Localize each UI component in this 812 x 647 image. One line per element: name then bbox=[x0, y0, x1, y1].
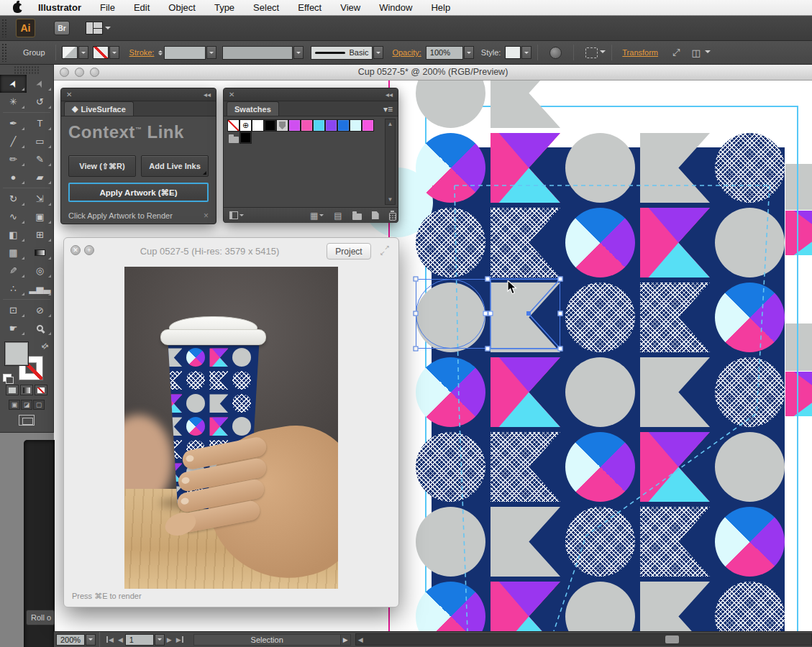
brush-dropdown[interactable] bbox=[373, 46, 383, 59]
symbol-sprayer-tool[interactable]: ∴ bbox=[0, 280, 27, 298]
line-tool[interactable]: ╱ bbox=[0, 132, 27, 150]
pattern-halftone-flag[interactable] bbox=[167, 440, 182, 459]
eraser-tool[interactable]: ▰ bbox=[27, 168, 53, 186]
pattern-colored-flag[interactable] bbox=[640, 432, 710, 502]
opacity-dropdown[interactable] bbox=[464, 46, 474, 59]
scroll-down-icon[interactable]: ▼ bbox=[388, 196, 393, 203]
panel-close-icon[interactable]: ✕ bbox=[66, 91, 72, 98]
eyedropper-tool[interactable]: ✎ bbox=[0, 262, 27, 280]
pattern-colored-flag[interactable] bbox=[209, 417, 228, 436]
pattern-halftone-flag[interactable] bbox=[491, 432, 560, 502]
pattern-gray-circle[interactable] bbox=[416, 507, 485, 577]
zoom-level-field[interactable]: 200% bbox=[56, 634, 85, 646]
swatch-registration[interactable]: ⊕ bbox=[240, 119, 252, 132]
chevron-down-icon[interactable] bbox=[705, 50, 711, 56]
collapse-panel-icon[interactable]: ◂◂ bbox=[386, 91, 393, 98]
variable-width-dropdown[interactable] bbox=[293, 46, 304, 59]
pattern-gray-circle[interactable] bbox=[186, 394, 205, 413]
menu-item-type[interactable]: Type bbox=[205, 2, 244, 13]
hand-tool[interactable]: ☛ bbox=[0, 319, 27, 337]
pattern-halftone-flag[interactable] bbox=[640, 283, 710, 352]
column-graph-tool[interactable]: ▂▅▃ bbox=[27, 280, 53, 298]
swatch-purple-dots[interactable] bbox=[325, 119, 337, 132]
apple-icon[interactable] bbox=[13, 3, 22, 13]
show-kinds-button[interactable]: ▦ bbox=[310, 211, 324, 221]
change-screen-mode-button[interactable] bbox=[19, 415, 35, 426]
pattern-quartered-circle[interactable] bbox=[715, 283, 785, 352]
pattern-quartered-circle[interactable] bbox=[186, 417, 205, 436]
pattern-quartered-circle[interactable] bbox=[416, 582, 485, 631]
pattern-halftone-circle[interactable] bbox=[565, 283, 635, 352]
swatch-pale-cyan[interactable] bbox=[350, 119, 362, 132]
tab-livesurface[interactable]: ◈ LiveSurface bbox=[64, 101, 134, 116]
new-color-group-button[interactable] bbox=[352, 211, 362, 220]
swatch-pattern-gray[interactable] bbox=[276, 119, 288, 132]
apply-artwork-button[interactable]: Apply Artwork (⌘E) bbox=[68, 183, 209, 202]
menu-item-select[interactable]: Select bbox=[244, 2, 288, 13]
scale-tool[interactable]: ⇲ bbox=[27, 190, 53, 208]
arrange-documents-button[interactable] bbox=[86, 22, 111, 35]
pattern-gray-circle[interactable] bbox=[416, 81, 485, 128]
stroke-weight-stepper[interactable] bbox=[158, 48, 163, 58]
render-add-button[interactable]: + bbox=[84, 245, 94, 255]
next-artboard-button[interactable]: ▶ bbox=[167, 636, 172, 643]
pattern-gray-circle[interactable] bbox=[232, 417, 251, 436]
expand-window-icon[interactable]: ↗↙ bbox=[380, 245, 390, 255]
pattern-gray-flag[interactable] bbox=[491, 507, 560, 577]
project-button[interactable]: Project bbox=[327, 243, 371, 260]
first-artboard-button[interactable]: ◀ bbox=[106, 636, 114, 643]
scroll-left-icon[interactable]: ◀ bbox=[358, 636, 363, 643]
swatch-cyan-dots[interactable] bbox=[313, 119, 325, 132]
rectangle-tool[interactable]: ▭ bbox=[27, 132, 53, 150]
width-tool[interactable]: ∿ bbox=[0, 208, 27, 226]
select-similar-icon[interactable] bbox=[585, 47, 598, 58]
pattern-quartered-circle[interactable] bbox=[565, 432, 635, 502]
gradient-button[interactable] bbox=[20, 385, 33, 395]
swatch-pink-dots[interactable] bbox=[301, 119, 313, 132]
pattern-halftone-flag[interactable] bbox=[167, 371, 182, 390]
artboard-number-field[interactable]: 1 bbox=[125, 634, 154, 646]
zoom-dropdown[interactable] bbox=[86, 634, 96, 646]
brush-definition-field[interactable]: Basic bbox=[311, 46, 373, 60]
menu-item-help[interactable]: Help bbox=[421, 2, 460, 13]
add-live-inks-button[interactable]: Add Live Inks bbox=[141, 155, 209, 177]
stroke-color-well[interactable] bbox=[93, 46, 109, 59]
selection-tool[interactable]: ➤ bbox=[0, 75, 27, 93]
menu-item-edit[interactable]: Edit bbox=[124, 2, 159, 13]
previous-artboard-button[interactable]: ◀ bbox=[118, 636, 123, 643]
render-close-button[interactable]: ✕ bbox=[70, 245, 81, 255]
pattern-halftone-circle[interactable] bbox=[715, 582, 785, 631]
pattern-halftone-circle[interactable] bbox=[186, 371, 205, 390]
pen-tool[interactable]: ✒ bbox=[0, 114, 27, 132]
selection-handle[interactable] bbox=[485, 347, 491, 352]
panel-resize-grip[interactable] bbox=[389, 214, 396, 221]
transform-link[interactable]: Transform bbox=[622, 48, 658, 57]
paintbrush-tool[interactable]: ✏ bbox=[0, 150, 27, 168]
dismiss-hint-icon[interactable]: × bbox=[204, 211, 209, 221]
pattern-gray-circle[interactable] bbox=[715, 208, 785, 277]
variable-width-profile-field[interactable] bbox=[222, 46, 293, 60]
pattern-colored-flag[interactable] bbox=[209, 348, 228, 367]
opacity-link[interactable]: Opacity: bbox=[392, 48, 421, 57]
selection-handle[interactable] bbox=[558, 311, 563, 316]
document-setup-icon[interactable] bbox=[549, 47, 562, 59]
menu-item-file[interactable]: File bbox=[91, 2, 124, 13]
scrollbar-thumb[interactable] bbox=[665, 635, 679, 643]
pattern-gray-flag[interactable] bbox=[167, 348, 182, 367]
perspective-grid-tool[interactable]: ⊞ bbox=[27, 226, 53, 244]
style-swatch-well[interactable] bbox=[505, 46, 521, 59]
status-readout[interactable]: Selection bbox=[193, 634, 341, 646]
selection-handle[interactable] bbox=[558, 277, 563, 282]
selection-handle[interactable] bbox=[488, 311, 493, 316]
zoom-tool[interactable] bbox=[27, 319, 53, 337]
draw-behind-button[interactable]: ◪ bbox=[21, 400, 32, 410]
lasso-tool[interactable]: ↺ bbox=[27, 93, 53, 111]
status-menu-icon[interactable]: ▶ bbox=[341, 634, 351, 646]
pattern-colored-flag[interactable] bbox=[491, 582, 560, 631]
swatch-black[interactable] bbox=[264, 119, 276, 132]
selected-circle-outline[interactable] bbox=[416, 279, 485, 349]
pattern-gray-circle[interactable] bbox=[565, 582, 635, 631]
magic-wand-tool[interactable]: ✳ bbox=[0, 93, 27, 111]
slice-tool[interactable]: ⊘ bbox=[27, 301, 53, 319]
pattern-colored-flag[interactable] bbox=[491, 357, 560, 427]
